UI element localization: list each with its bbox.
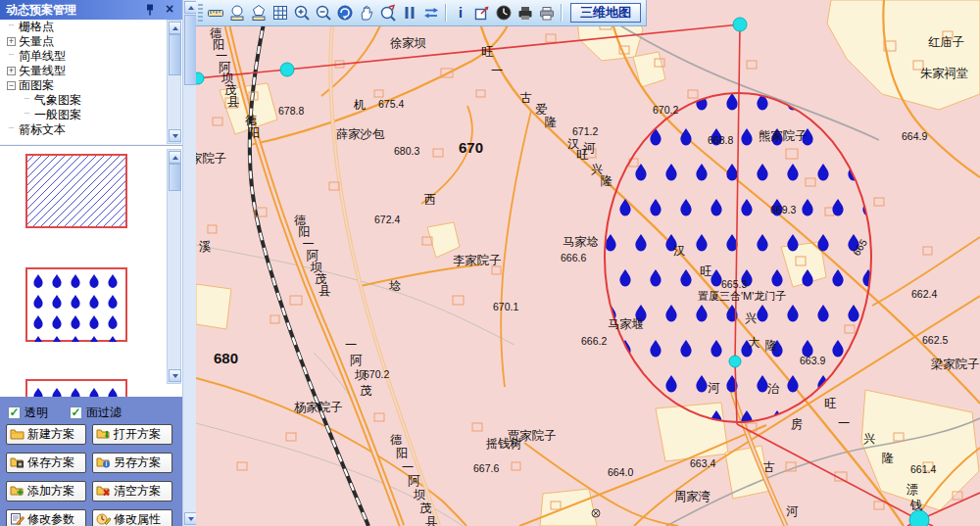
toolbar-grid-icon[interactable] (270, 2, 291, 24)
toolbar-measure-area-icon[interactable] (248, 2, 270, 24)
plan-vertex-handle[interactable] (733, 18, 747, 31)
map-label: 旺 (481, 45, 494, 59)
folder-clear-button[interactable]: 清空方案 (92, 481, 172, 502)
collapse-minus-icon[interactable]: − (7, 81, 16, 90)
tree-leaf-dash-icon: ┈ (23, 111, 31, 120)
map-label: 溪 (199, 240, 211, 254)
checkbox-透明[interactable]: ✓透明 (8, 405, 48, 421)
toolbar-clock-icon[interactable] (493, 2, 514, 24)
checkbox-label: 面过滤 (86, 405, 122, 421)
panel-outer-scrollbar[interactable] (182, 0, 196, 526)
map-label: 663.4 (690, 457, 715, 469)
panel-titlebar[interactable]: 动态预案管理 × (0, 0, 182, 20)
expand-plus-icon[interactable]: + (7, 37, 16, 46)
plan-vertex-handle[interactable] (729, 356, 741, 367)
map-label: 家院子 (196, 152, 226, 166)
map-label: 西 (424, 193, 436, 207)
map-label: 兴 (863, 432, 875, 446)
map-label: 朱家祠堂 (920, 67, 968, 80)
folder-new-button[interactable]: 新建方案 (6, 424, 86, 445)
checkbox-面过滤[interactable]: ✓面过滤 (70, 405, 122, 421)
close-icon[interactable]: × (163, 1, 176, 17)
road-name-label: 一 (345, 338, 357, 352)
map-label: 一 (491, 64, 503, 77)
toolbar-zoom-out-icon[interactable] (313, 2, 334, 24)
plan-button-label: 修改参数 (27, 511, 74, 526)
pattern-swatch-raindrop[interactable] (25, 267, 127, 342)
map-label: 马家堰 (608, 317, 644, 331)
map-label: 徐家坝 (390, 36, 426, 50)
tree-item-矢量线型[interactable]: +矢量线型 (0, 64, 182, 78)
map-label: 马家埝 (563, 235, 599, 249)
toolbar-pan-hand-icon[interactable] (356, 2, 377, 24)
tree-item-箭标文本[interactable]: ┈箭标文本 (0, 122, 182, 137)
toolbar-export-icon[interactable] (471, 2, 493, 24)
map-label: 663.9 (800, 355, 825, 366)
tree-item-栅格点[interactable]: ┈栅格点 (0, 20, 182, 34)
map-label: 治 (767, 382, 780, 396)
tree-item-一般图案[interactable]: ┈一般图案 (0, 108, 182, 122)
toolbar-measure-circle-icon[interactable] (226, 2, 248, 24)
map-label: 隆 (545, 116, 557, 129)
expand-plus-icon[interactable]: + (7, 67, 16, 75)
checkmark-icon[interactable]: ✓ (8, 406, 21, 419)
plan-button-label: 保存方案 (27, 454, 74, 471)
map-toolbar: i三维地图 (196, 0, 647, 26)
map-canvas[interactable]: 678.8675.4680.3671.2670.2668.8664.9672.4… (196, 0, 980, 526)
tree-item-简单线型[interactable]: ┈简单线型 (0, 49, 182, 64)
plan-vertex-handle[interactable] (196, 72, 204, 84)
road-name-label: 阳 (248, 126, 260, 140)
tree-item-矢量点[interactable]: +矢量点 (0, 34, 182, 49)
map-label: 周家湾 (674, 490, 710, 503)
toolbar-pause-icon[interactable] (399, 2, 420, 24)
toolbar-zoom-window-icon[interactable] (377, 2, 399, 24)
map-label: 678.8 (278, 105, 304, 117)
pin-icon[interactable] (143, 3, 157, 17)
road-name-label: 阿 (350, 354, 363, 367)
panel-title: 动态预案管理 (6, 3, 76, 17)
folder-open-button[interactable]: 打开方案 (92, 424, 172, 445)
edit-props-icon (96, 512, 111, 526)
map-3d-button[interactable]: 三维地图 (570, 3, 641, 23)
tree-item-气象图案[interactable]: ┈气象图案 (0, 93, 182, 108)
plan-button-label: 修改属性 (114, 511, 161, 526)
pattern-scrollbar[interactable] (167, 149, 181, 384)
tree-item-面图案[interactable]: −面图案 (0, 78, 182, 93)
folder-add-button[interactable]: 添加方案 (6, 481, 86, 502)
toolbar-previous-view-icon[interactable] (334, 2, 356, 24)
tree-item-label: 栅格点 (19, 20, 54, 34)
road-name-label: 阿 (408, 474, 420, 488)
map-label: 隆 (765, 339, 777, 353)
toolbar-gripper[interactable] (198, 4, 203, 22)
toolbar-zoom-in-icon[interactable] (291, 2, 313, 24)
plan-controls-panel: ✓透明✓面过滤 新建方案打开方案保存方案i另存方案添加方案清空方案修改参数修改属… (0, 397, 182, 526)
plan-manager-panel: 动态预案管理 × ┈栅格点+矢量点┈简单线型+矢量线型−面图案┈气象图案┈一般图… (0, 0, 196, 526)
map-label: 665.3 (721, 278, 747, 290)
toolbar-print-icon[interactable] (536, 2, 558, 24)
edit-props-button[interactable]: 修改属性 (92, 509, 172, 526)
edit-params-icon (10, 512, 24, 526)
toolbar-measure-distance-icon[interactable] (205, 2, 226, 24)
edit-params-button[interactable]: 修改参数 (6, 509, 86, 526)
map-label: 一 (838, 416, 850, 430)
toolbar-print-dark-icon[interactable] (514, 2, 536, 24)
plan-button-label: 另存方案 (114, 454, 161, 471)
map-label: 河 (708, 381, 720, 395)
tree-item-label: 一般图案 (34, 108, 81, 122)
layer-tree: ┈栅格点+矢量点┈简单线型+矢量线型−面图案┈气象图案┈一般图案┈箭标文本 (0, 20, 182, 144)
toolbar-info-icon[interactable]: i (450, 2, 471, 24)
map-label: 662.4 (911, 288, 937, 300)
plan-vertex-handle[interactable] (909, 510, 929, 526)
checkmark-icon[interactable]: ✓ (70, 406, 82, 419)
tree-scrollbar[interactable] (167, 20, 181, 144)
map-viewport: 678.8675.4680.3671.2670.2668.8664.9672.4… (196, 0, 980, 526)
road-name-label: 县 (318, 284, 330, 298)
pattern-swatch-diagonal-hatch[interactable] (25, 154, 127, 228)
toolbar-swap-icon[interactable] (420, 2, 442, 24)
folder-save-button[interactable]: 保存方案 (6, 453, 86, 473)
folder-saveas-button[interactable]: i另存方案 (92, 453, 172, 473)
plan-button-grid: 新建方案打开方案保存方案i另存方案添加方案清空方案修改参数修改属性 (6, 424, 176, 526)
plan-vertex-handle[interactable] (280, 63, 294, 76)
pattern-swatch-raindrop-partial[interactable] (25, 379, 127, 397)
map-label: 兴 (745, 311, 757, 325)
